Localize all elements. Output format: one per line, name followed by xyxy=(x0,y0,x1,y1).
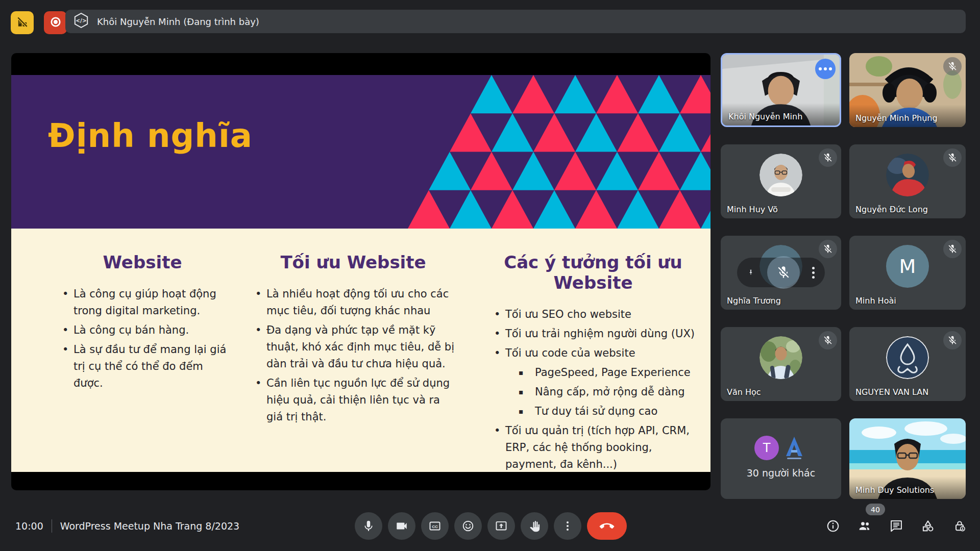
bullet-item: Là nhiều hoạt động tối ưu cho các mục ti… xyxy=(251,286,455,319)
mic-icon xyxy=(362,519,375,533)
participant-name: Văn Học xyxy=(727,387,761,397)
tile-more-options-button[interactable] xyxy=(809,266,818,279)
emoji-icon xyxy=(461,519,475,533)
bullet-item: Là công cụ giúp hoạt động trong digital … xyxy=(58,286,227,319)
bullet-item: Là sự đầu tư để mang lại giá trị cụ thể … xyxy=(58,341,227,392)
raise-hand-button[interactable] xyxy=(521,512,548,540)
participant-tile-nguyen-minh-phung[interactable]: Nguyễn Minh Phụng xyxy=(849,53,966,127)
bullet-item: Tối ưu code của website xyxy=(490,345,696,362)
participant-tile-khoi-nguyen-minh[interactable]: Khôi Nguyễn Minh xyxy=(721,53,841,127)
activities-button[interactable] xyxy=(918,516,938,536)
lock-person-icon xyxy=(952,518,967,534)
bullet-item: Là công cụ bán hàng. xyxy=(58,322,227,339)
microphone-button[interactable] xyxy=(355,512,382,540)
videocam-icon xyxy=(395,519,408,533)
chat-icon xyxy=(889,518,903,534)
captions-icon: CC xyxy=(428,519,442,533)
participants-count-badge: 40 xyxy=(866,504,885,515)
meeting-details-button[interactable] xyxy=(823,516,843,536)
meeting-info: 10:00 WordPress Meetup Nha Trang 8/2023 xyxy=(15,512,239,540)
chat-button[interactable] xyxy=(886,516,906,536)
presentation-slide: Định nghĩa Website Là công cụ giúp hoạt … xyxy=(11,53,710,490)
kebab-icon xyxy=(561,519,574,533)
mic-off-icon[interactable] xyxy=(767,256,800,289)
column-heading: Các ý tưởng tối ưu Website xyxy=(490,252,696,293)
code-hexagon-icon: </> xyxy=(72,12,90,31)
clock-time: 10:00 xyxy=(15,520,43,532)
avatar xyxy=(760,154,802,196)
overflow-count-label: 30 người khác xyxy=(721,467,841,479)
mic-off-icon xyxy=(943,331,962,349)
avatar xyxy=(760,336,802,379)
slide-column-website: Website Là công cụ giúp hoạt động trong … xyxy=(58,252,227,394)
captions-button[interactable]: CC xyxy=(421,512,449,540)
bullet-item: Cần liên tục nguồn lực để sử dụng hiệu q… xyxy=(251,375,455,425)
participant-tile-nguyen-duc-long[interactable]: Nguyễn Đức Long xyxy=(849,144,966,218)
present-screen-button[interactable] xyxy=(487,512,515,540)
tile-hover-controls xyxy=(737,258,825,287)
recording-indicator-button[interactable] xyxy=(44,11,67,34)
letter-avatar: T xyxy=(754,436,779,460)
camera-button[interactable] xyxy=(388,512,415,540)
sub-bullet-item: Nâng cấp, mở rộng dễ dàng xyxy=(490,384,696,400)
avatar xyxy=(886,154,929,196)
logo-avatar xyxy=(886,336,929,379)
stop-presentation-button[interactable] xyxy=(11,11,34,34)
bullet-list: Là nhiều hoạt động tối ưu cho các mục ti… xyxy=(251,286,455,425)
participant-tile-minh-huy-vo[interactable]: Minh Huy Võ xyxy=(721,144,841,218)
svg-text:CC: CC xyxy=(432,524,438,529)
bullet-item: Tối ưu SEO cho website xyxy=(490,306,696,323)
divider xyxy=(52,519,52,533)
bottom-right-panel-buttons xyxy=(823,512,970,540)
participant-name: Nguyễn Minh Phụng xyxy=(855,113,938,123)
participant-name: Minh Huy Võ xyxy=(727,205,778,214)
reactions-button[interactable] xyxy=(454,512,482,540)
company-logo-avatar xyxy=(780,434,808,462)
bullet-item: Đa dạng và phức tạp về mặt kỹ thuật, khó… xyxy=(251,322,455,372)
column-heading: Tối ưu Website xyxy=(251,252,455,272)
presenter-pill[interactable]: </> Khôi Nguyễn Minh (Đang trình bày) xyxy=(65,10,966,33)
participant-tile-minh-duy-solutions[interactable]: Minh Duy Solutions xyxy=(849,418,966,499)
pin-participant-button[interactable] xyxy=(744,266,757,279)
participant-tile-minh-hoai[interactable]: M Minh Hoài xyxy=(849,236,966,310)
participant-tile-nguyen-van-lan[interactable]: NGUYEN VAN LAN xyxy=(849,327,966,401)
mic-off-icon xyxy=(819,331,837,349)
participant-name: Minh Duy Solutions xyxy=(855,485,934,495)
show-participants-button[interactable] xyxy=(854,516,875,536)
sub-bullet-item: PageSpeed, Page Experience xyxy=(490,364,696,381)
slide-column-toi-uu: Tối ưu Website Là nhiều hoạt động tối ưu… xyxy=(251,252,455,428)
call-end-icon xyxy=(599,518,615,534)
overflow-participants-tile[interactable]: T 30 người khác xyxy=(721,418,841,499)
participant-tile-nghia-truong[interactable]: Nghĩa Trương xyxy=(721,236,841,310)
bullet-item: Tối ưu quản trị (tích hợp API, CRM, ERP,… xyxy=(490,422,696,473)
participant-name: NGUYEN VAN LAN xyxy=(855,387,928,397)
mic-off-icon xyxy=(819,148,837,167)
record-icon xyxy=(48,15,63,31)
meeting-name: WordPress Meetup Nha Trang 8/2023 xyxy=(60,520,239,532)
presenter-label: Khôi Nguyễn Minh (Đang trình bày) xyxy=(97,16,259,27)
building-off-icon xyxy=(16,15,29,30)
activities-icon xyxy=(921,518,935,534)
people-icon xyxy=(857,518,872,534)
mic-off-icon xyxy=(943,57,962,76)
present-icon xyxy=(495,519,508,533)
participant-name: Minh Hoài xyxy=(855,296,896,306)
more-options-button[interactable] xyxy=(554,512,581,540)
sub-bullet-item: Tư duy tái sử dụng cao xyxy=(490,403,696,420)
info-icon xyxy=(826,518,840,534)
hand-icon xyxy=(528,519,541,533)
leave-call-button[interactable] xyxy=(587,512,627,540)
bullet-list: Là công cụ giúp hoạt động trong digital … xyxy=(58,286,227,392)
mic-off-icon xyxy=(943,148,962,167)
slide-header-band: Định nghĩa xyxy=(11,75,710,229)
participant-name: Nguyễn Đức Long xyxy=(855,205,928,214)
mic-off-icon xyxy=(819,240,837,258)
tile-more-options-button[interactable] xyxy=(815,59,836,79)
column-heading: Website xyxy=(58,252,227,272)
bullet-list: Tối ưu SEO cho website Tối ưu trải nghiệ… xyxy=(490,306,696,473)
slide-title: Định nghĩa xyxy=(48,117,253,155)
participant-tile-van-hoc[interactable]: Văn Học xyxy=(721,327,841,401)
mic-off-icon xyxy=(943,240,962,258)
participant-name: Nghĩa Trương xyxy=(727,296,781,306)
host-controls-button[interactable] xyxy=(949,516,970,536)
